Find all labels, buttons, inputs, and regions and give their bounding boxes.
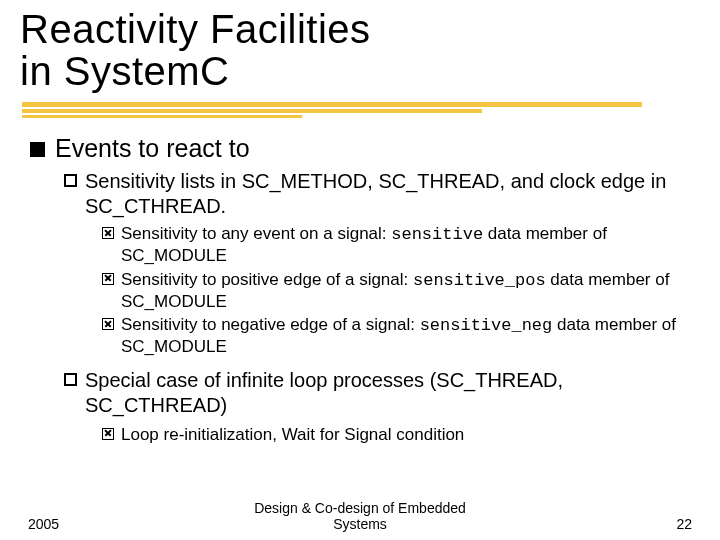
title-line-1: Reactivity Facilities	[20, 7, 371, 51]
underline-bar-1	[22, 102, 642, 107]
bullet-level3-item: Sensitivity to positive edge of a signal…	[102, 269, 690, 313]
l2-text: Sensitivity lists in SC_METHOD, SC_THREA…	[85, 169, 690, 219]
l1-text: Events to react to	[55, 134, 250, 163]
title-underline	[22, 102, 642, 118]
square-bullet-icon	[30, 142, 45, 157]
bullet-level3-item: Loop re-initialization, Wait for Signal …	[102, 424, 690, 445]
l2-text: Special case of infinite loop processes …	[85, 368, 690, 418]
x-box-bullet-icon	[102, 227, 114, 239]
slide: Reactivity Facilities in SystemC Events …	[0, 0, 720, 540]
bullet-level2-item: Sensitivity lists in SC_METHOD, SC_THREA…	[64, 169, 690, 219]
l3-pre: Sensitivity to positive edge of a signal…	[121, 270, 413, 289]
l3-code: sensitive_pos	[413, 271, 546, 290]
l3-text: Loop re-initialization, Wait for Signal …	[121, 424, 464, 445]
l3-code: sensitive_neg	[420, 316, 553, 335]
l3-text: Sensitivity to positive edge of a signal…	[121, 269, 690, 313]
content-area: Events to react to Sensitivity lists in …	[0, 134, 720, 445]
l3-text: Sensitivity to negative edge of a signal…	[121, 314, 690, 358]
x-box-bullet-icon	[102, 318, 114, 330]
underline-bar-2	[22, 109, 482, 113]
footer-center-line2: Systems	[333, 516, 387, 532]
bullet-level1-item: Events to react to	[30, 134, 690, 163]
footer-page-number: 22	[676, 516, 692, 532]
footer-center: Design & Co-design of Embedded Systems	[254, 500, 466, 532]
hollow-square-bullet-icon	[64, 174, 77, 187]
l3-pre: Sensitivity to negative edge of a signal…	[121, 315, 420, 334]
x-box-bullet-icon	[102, 428, 114, 440]
bullet-level2-item: Special case of infinite loop processes …	[64, 368, 690, 418]
bullet-level3-item: Sensitivity to negative edge of a signal…	[102, 314, 690, 358]
title-wrap: Reactivity Facilities in SystemC	[0, 0, 720, 92]
hollow-square-bullet-icon	[64, 373, 77, 386]
footer-year: 2005	[28, 516, 59, 532]
l3-pre: Sensitivity to any event on a signal:	[121, 224, 391, 243]
underline-bar-3	[22, 115, 302, 118]
slide-title: Reactivity Facilities in SystemC	[20, 8, 720, 92]
l3-code: sensitive	[391, 225, 483, 244]
x-box-bullet-icon	[102, 273, 114, 285]
footer-center-line1: Design & Co-design of Embedded	[254, 500, 466, 516]
bullet-level3-item: Sensitivity to any event on a signal: se…	[102, 223, 690, 267]
title-line-2a: in System	[20, 49, 200, 93]
l3-text: Sensitivity to any event on a signal: se…	[121, 223, 690, 267]
title-line-2b: C	[200, 49, 229, 93]
